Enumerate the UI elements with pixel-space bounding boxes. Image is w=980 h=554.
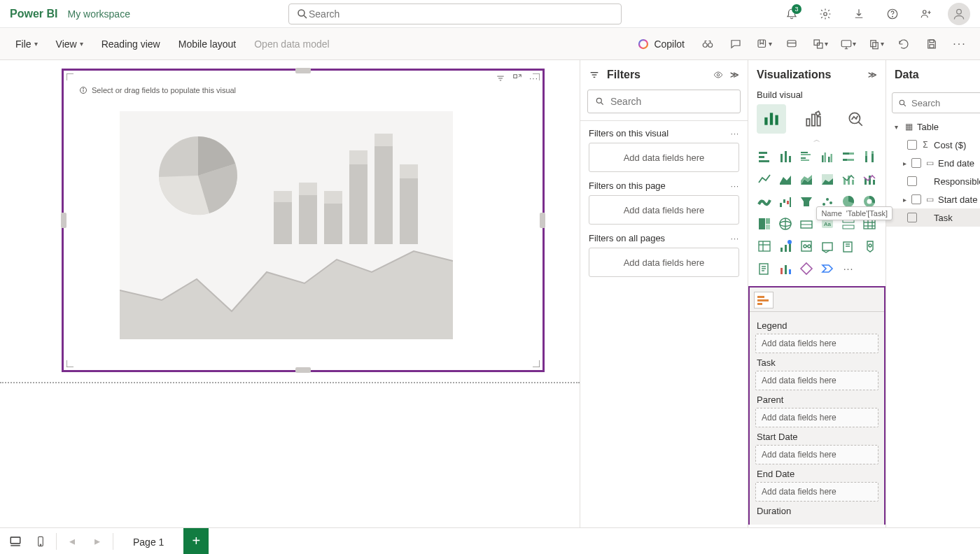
analytics-tab[interactable]	[841, 104, 870, 134]
field-end-date[interactable]: ▸ ▭ End date	[886, 154, 980, 172]
build-visual-tab[interactable]	[757, 104, 786, 134]
avatar[interactable]	[948, 3, 970, 25]
viz-more[interactable]: ···	[839, 260, 858, 278]
viz-qa[interactable]	[860, 237, 878, 255]
viz-key-influencers[interactable]	[818, 237, 836, 255]
notifications-button[interactable]: 3	[780, 2, 804, 26]
viz-narrative[interactable]	[755, 260, 774, 278]
custom-visual-thumbnail[interactable]	[754, 292, 774, 308]
comments-button[interactable]	[724, 32, 748, 56]
filter-icon[interactable]	[496, 73, 505, 83]
filter-search-input[interactable]	[610, 96, 733, 107]
filter-search[interactable]	[587, 90, 741, 113]
checkbox[interactable]	[907, 140, 917, 150]
add-page-button[interactable]: +	[183, 528, 209, 555]
checkbox[interactable]	[907, 176, 917, 186]
menu-mobile-layout[interactable]: Mobile layout	[172, 36, 244, 52]
viz-line-stacked-col[interactable]	[839, 170, 858, 188]
field-cost[interactable]: Σ Cost ($)	[886, 136, 980, 154]
filters-visual-well[interactable]: Add data fields here	[589, 143, 739, 172]
resize-handle-bottom[interactable]	[295, 367, 311, 373]
collapse-filters-icon[interactable]: ≫	[730, 70, 739, 80]
field-start-date[interactable]: ▸ ▭ Start date	[886, 190, 980, 208]
persist-button[interactable]: ▾	[752, 32, 776, 56]
more-button[interactable]: ···	[948, 32, 972, 56]
resize-handle-top[interactable]	[295, 68, 311, 73]
selected-visual[interactable]: ··· Select or drag fields to populate th…	[62, 69, 545, 372]
viz-automate[interactable]	[818, 260, 836, 278]
viz-powerapps[interactable]	[797, 260, 816, 278]
more-icon[interactable]: ···	[731, 182, 739, 190]
well-parent-slot[interactable]: Add data fields here	[755, 408, 878, 427]
menu-reading-view[interactable]: Reading view	[94, 36, 167, 52]
viz-map[interactable]	[776, 215, 794, 233]
viz-100stacked-bar[interactable]	[839, 148, 858, 166]
data-search-input[interactable]	[911, 98, 980, 108]
resize-handle-left[interactable]	[61, 213, 66, 228]
workspace-name[interactable]: My workspace	[67, 8, 130, 20]
explore-button[interactable]	[696, 32, 720, 56]
viz-r[interactable]	[776, 237, 794, 255]
view-button[interactable]	[780, 32, 804, 56]
menu-file[interactable]: File▾	[8, 36, 45, 52]
well-task-slot[interactable]: Add data fields here	[755, 371, 878, 390]
table-node[interactable]: ▾ ▦ Table	[886, 118, 980, 136]
settings-button[interactable]	[813, 2, 837, 26]
viz-stacked-col[interactable]	[776, 148, 794, 166]
more-icon[interactable]: ···	[731, 129, 739, 138]
viz-stacked-bar[interactable]	[755, 148, 774, 166]
download-button[interactable]	[847, 2, 871, 26]
checkbox[interactable]	[911, 158, 921, 168]
visual-more-icon[interactable]: ···	[529, 73, 538, 83]
next-page-button[interactable]: ▸	[88, 532, 107, 551]
viz-matrix[interactable]	[755, 237, 774, 255]
focus-icon[interactable]	[512, 73, 522, 83]
desktop-layout-button[interactable]	[6, 532, 25, 551]
viz-ribbon[interactable]	[755, 192, 774, 211]
viz-paginated[interactable]	[776, 260, 794, 278]
viz-stacked-area[interactable]	[797, 170, 816, 188]
chevron-up-icon[interactable]: ︿	[748, 135, 886, 145]
viz-area[interactable]	[776, 170, 794, 188]
global-search-input[interactable]	[309, 8, 614, 20]
resize-handle-right[interactable]	[540, 213, 545, 228]
save-button[interactable]	[920, 32, 944, 56]
checkbox[interactable]	[911, 194, 921, 204]
copilot-button[interactable]: Copilot	[630, 35, 692, 53]
viz-clustered-bar[interactable]	[797, 148, 816, 166]
viz-waterfall[interactable]	[776, 192, 794, 211]
filters-page-well[interactable]: Add data fields here	[589, 195, 739, 225]
checkbox[interactable]	[907, 213, 917, 222]
viz-treemap[interactable]	[755, 215, 774, 233]
viz-line-clustered-col[interactable]	[860, 170, 878, 188]
viz-gauge[interactable]	[797, 215, 816, 233]
viz-python[interactable]	[797, 237, 816, 255]
well-startdate-slot[interactable]: Add data fields here	[755, 445, 878, 464]
help-button[interactable]	[881, 2, 904, 26]
viz-clustered-col[interactable]	[818, 148, 836, 166]
viz-100stacked-col[interactable]	[860, 148, 878, 166]
page-tab-1[interactable]: Page 1	[119, 528, 178, 554]
prev-page-button[interactable]: ◂	[62, 532, 82, 551]
visual-interact-button[interactable]: ▾	[808, 32, 832, 56]
field-responsible[interactable]: Responsible Tea...	[886, 172, 980, 190]
filters-all-well[interactable]: Add data fields here	[589, 248, 739, 277]
viz-decomposition[interactable]	[839, 237, 858, 255]
refresh-button[interactable]	[892, 32, 916, 56]
well-enddate-slot[interactable]: Add data fields here	[755, 482, 878, 502]
viz-line[interactable]	[755, 170, 774, 188]
global-search[interactable]	[288, 3, 622, 24]
more-icon[interactable]: ···	[731, 234, 739, 243]
viz-100stacked-area[interactable]	[818, 170, 836, 188]
data-search[interactable]	[892, 92, 980, 113]
format-visual-tab[interactable]	[799, 104, 828, 134]
duplicate-button[interactable]: ▾	[864, 32, 888, 56]
well-legend-slot[interactable]: Add data fields here	[755, 334, 878, 353]
eye-icon[interactable]	[713, 70, 723, 80]
account-manager-button[interactable]	[914, 2, 938, 26]
collapse-viz-icon[interactable]: ≫	[868, 70, 877, 80]
field-task[interactable]: Task ···	[886, 208, 980, 227]
mobile-layout-button[interactable]	[31, 532, 50, 551]
menu-view[interactable]: View▾	[49, 36, 90, 52]
refresh-visuals-button[interactable]: ▾	[836, 32, 860, 56]
